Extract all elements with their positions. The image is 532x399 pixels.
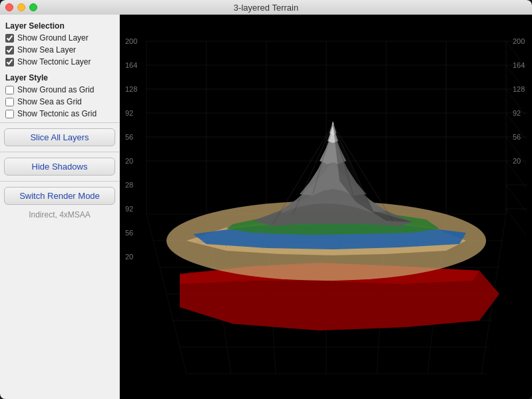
sidebar: Layer Selection Show Ground Layer Show S… (0, 15, 120, 399)
svg-text:164: 164 (125, 61, 137, 69)
checkbox-show-ground-input[interactable] (5, 34, 14, 43)
checkbox-show-sea[interactable]: Show Sea Layer (0, 44, 119, 56)
checkbox-tectonic-grid[interactable]: Show Tectonic as Grid (0, 108, 119, 120)
svg-text:92: 92 (125, 205, 133, 213)
window-title: 3-layered Terrain (234, 3, 298, 13)
slice-all-layers-button[interactable]: Slice All Layers (4, 128, 115, 146)
checkbox-ground-grid[interactable]: Show Ground as Grid (0, 84, 119, 96)
render-mode-label: Indirect, 4xMSAA (0, 207, 119, 222)
minimize-button[interactable] (17, 3, 25, 11)
checkbox-sea-grid-input[interactable] (5, 98, 14, 106)
switch-render-mode-button[interactable]: Switch Render Mode (4, 187, 115, 205)
layer-selection-title: Layer Selection (0, 19, 119, 32)
checkbox-show-sea-label: Show Sea Layer (17, 45, 76, 55)
svg-text:56: 56 (125, 133, 133, 141)
svg-text:200: 200 (513, 37, 525, 45)
checkbox-sea-grid[interactable]: Show Sea as Grid (0, 96, 119, 108)
checkbox-show-ground[interactable]: Show Ground Layer (0, 32, 119, 44)
content-area: Layer Selection Show Ground Layer Show S… (0, 15, 532, 399)
checkbox-tectonic-grid-input[interactable] (5, 110, 14, 118)
divider-3 (0, 181, 119, 182)
svg-text:20: 20 (513, 157, 521, 165)
viewport: 200 164 128 92 56 20 200 164 128 92 56 2… (120, 15, 532, 399)
close-button[interactable] (5, 3, 13, 11)
checkbox-show-ground-label: Show Ground Layer (17, 33, 89, 43)
divider-2 (0, 152, 119, 152)
checkbox-show-sea-input[interactable] (5, 46, 14, 55)
checkbox-ground-grid-label: Show Ground as Grid (17, 85, 94, 94)
svg-text:128: 128 (125, 85, 137, 93)
app-window: 3-layered Terrain Layer Selection Show G… (0, 0, 532, 399)
svg-text:92: 92 (513, 109, 521, 117)
svg-text:200: 200 (125, 37, 137, 45)
checkbox-show-tectonic-label: Show Tectonic Layer (17, 57, 91, 66)
checkbox-ground-grid-input[interactable] (5, 86, 14, 94)
divider-1 (0, 122, 119, 123)
svg-text:92: 92 (125, 109, 133, 117)
svg-text:20: 20 (125, 253, 133, 261)
svg-text:128: 128 (513, 85, 525, 93)
checkbox-tectonic-grid-label: Show Tectonic as Grid (17, 109, 97, 118)
checkbox-show-tectonic-input[interactable] (5, 58, 14, 66)
hide-shadows-button[interactable]: Hide Shadows (4, 158, 115, 176)
svg-text:20: 20 (125, 157, 133, 165)
checkbox-sea-grid-label: Show Sea as Grid (17, 97, 82, 106)
svg-text:56: 56 (513, 133, 521, 141)
layer-style-title: Layer Style (0, 70, 119, 84)
maximize-button[interactable] (29, 3, 37, 11)
terrain-visualization: 200 164 128 92 56 20 200 164 128 92 56 2… (120, 15, 532, 399)
svg-text:28: 28 (125, 181, 133, 189)
svg-text:56: 56 (125, 229, 133, 237)
title-bar: 3-layered Terrain (0, 0, 532, 15)
svg-text:164: 164 (513, 61, 525, 69)
checkbox-show-tectonic[interactable]: Show Tectonic Layer (0, 56, 119, 68)
traffic-lights (5, 3, 37, 11)
